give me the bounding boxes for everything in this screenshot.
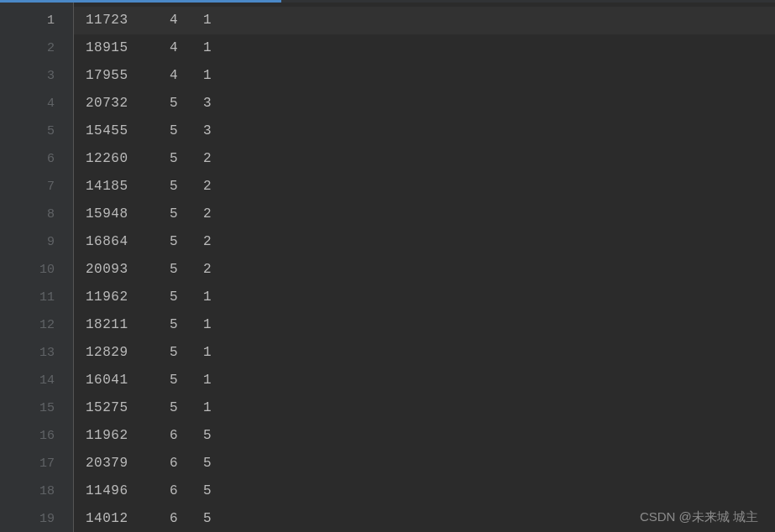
- code-line[interactable]: 1527551: [86, 394, 775, 422]
- data-col-2: 5: [170, 201, 203, 228]
- data-col-2: 5: [170, 90, 203, 117]
- data-col-2: 5: [170, 394, 203, 422]
- data-col-3: 1: [203, 394, 212, 422]
- data-col-1: 20732: [86, 90, 170, 117]
- data-col-1: 15275: [86, 394, 170, 422]
- code-line[interactable]: 1172341: [74, 7, 775, 34]
- code-line[interactable]: 1686452: [86, 228, 775, 256]
- data-col-3: 2: [203, 256, 212, 284]
- watermark-text: CSDN @未来城 城主: [640, 509, 758, 525]
- code-line[interactable]: 1196251: [86, 284, 775, 311]
- data-col-1: 16041: [86, 367, 170, 394]
- code-line[interactable]: 1821151: [86, 311, 775, 339]
- data-col-2: 5: [170, 311, 203, 339]
- code-line[interactable]: 1594852: [86, 201, 775, 228]
- code-line[interactable]: 1226052: [86, 145, 775, 173]
- data-col-1: 14012: [86, 505, 170, 532]
- code-line[interactable]: 2037965: [86, 450, 775, 477]
- data-col-3: 5: [203, 450, 212, 477]
- line-number[interactable]: 14: [0, 367, 73, 394]
- editor-container: 12345678910111213141516171819 1172341189…: [0, 0, 775, 532]
- line-number[interactable]: 19: [0, 505, 73, 532]
- data-col-1: 11962: [86, 284, 170, 311]
- data-col-1: 12260: [86, 145, 170, 173]
- line-number[interactable]: 13: [0, 339, 73, 367]
- line-number-gutter: 12345678910111213141516171819: [0, 3, 74, 532]
- data-col-2: 5: [170, 145, 203, 173]
- line-number[interactable]: 8: [0, 201, 73, 228]
- line-number[interactable]: 5: [0, 117, 73, 145]
- code-line[interactable]: 1418552: [86, 173, 775, 201]
- line-number[interactable]: 6: [0, 145, 73, 173]
- data-col-1: 15948: [86, 201, 170, 228]
- line-number[interactable]: 4: [0, 90, 73, 117]
- data-col-2: 6: [170, 477, 203, 505]
- line-number[interactable]: 16: [0, 422, 73, 450]
- code-line[interactable]: 1545553: [86, 117, 775, 145]
- code-line[interactable]: 1196265: [86, 422, 775, 450]
- data-col-3: 1: [203, 34, 212, 62]
- data-col-1: 18211: [86, 311, 170, 339]
- data-col-3: 3: [203, 90, 212, 117]
- data-col-2: 4: [170, 34, 203, 62]
- data-col-3: 1: [203, 7, 212, 34]
- data-col-1: 14185: [86, 173, 170, 201]
- data-col-1: 11723: [86, 7, 170, 34]
- line-number[interactable]: 10: [0, 256, 73, 284]
- data-col-3: 2: [203, 228, 212, 256]
- data-col-2: 5: [170, 228, 203, 256]
- data-col-3: 5: [203, 477, 212, 505]
- code-line[interactable]: 1282951: [86, 339, 775, 367]
- line-number[interactable]: 9: [0, 228, 73, 256]
- data-col-1: 20379: [86, 450, 170, 477]
- data-col-3: 1: [203, 339, 212, 367]
- code-line[interactable]: 1795541: [86, 62, 775, 90]
- data-col-3: 3: [203, 117, 212, 145]
- data-col-3: 5: [203, 505, 212, 532]
- data-col-1: 18915: [86, 34, 170, 62]
- data-col-3: 1: [203, 311, 212, 339]
- line-number[interactable]: 15: [0, 394, 73, 422]
- line-number[interactable]: 11: [0, 284, 73, 311]
- data-col-2: 4: [170, 7, 203, 34]
- data-col-2: 5: [170, 117, 203, 145]
- data-col-3: 5: [203, 422, 212, 450]
- data-col-3: 1: [203, 62, 212, 90]
- data-col-1: 12829: [86, 339, 170, 367]
- data-col-1: 11496: [86, 477, 170, 505]
- data-col-3: 2: [203, 145, 212, 173]
- data-col-2: 5: [170, 256, 203, 284]
- data-col-1: 20093: [86, 256, 170, 284]
- code-line[interactable]: 2009352: [86, 256, 775, 284]
- editor-body: 12345678910111213141516171819 1172341189…: [0, 3, 775, 532]
- data-col-1: 17955: [86, 62, 170, 90]
- data-col-2: 4: [170, 62, 203, 90]
- line-number[interactable]: 7: [0, 173, 73, 201]
- code-line[interactable]: 1604151: [86, 367, 775, 394]
- code-line[interactable]: 1149665: [86, 477, 775, 505]
- data-col-3: 2: [203, 173, 212, 201]
- data-col-1: 15455: [86, 117, 170, 145]
- data-col-3: 2: [203, 201, 212, 228]
- code-content-area[interactable]: 1172341189154117955412073253154555312260…: [74, 3, 775, 532]
- data-col-2: 6: [170, 505, 203, 532]
- line-number[interactable]: 3: [0, 62, 73, 90]
- data-col-2: 5: [170, 367, 203, 394]
- data-col-3: 1: [203, 367, 212, 394]
- line-number[interactable]: 12: [0, 311, 73, 339]
- line-number[interactable]: 17: [0, 450, 73, 477]
- code-line[interactable]: 2073253: [86, 90, 775, 117]
- data-col-2: 5: [170, 173, 203, 201]
- line-number[interactable]: 1: [0, 7, 73, 34]
- line-number[interactable]: 18: [0, 477, 73, 505]
- line-number[interactable]: 2: [0, 34, 73, 62]
- data-col-2: 5: [170, 284, 203, 311]
- data-col-2: 6: [170, 422, 203, 450]
- data-col-1: 16864: [86, 228, 170, 256]
- data-col-1: 11962: [86, 422, 170, 450]
- data-col-2: 6: [170, 450, 203, 477]
- data-col-2: 5: [170, 339, 203, 367]
- code-line[interactable]: 1891541: [86, 34, 775, 62]
- data-col-3: 1: [203, 284, 212, 311]
